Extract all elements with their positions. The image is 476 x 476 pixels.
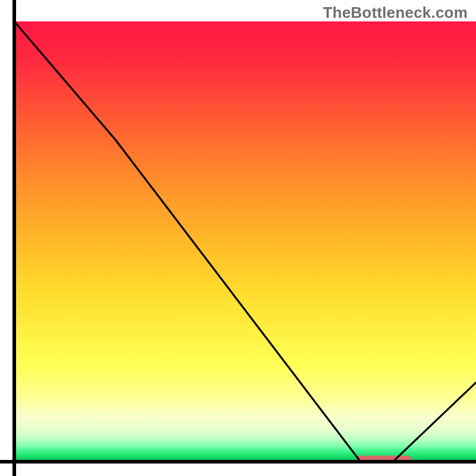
bottleneck-chart <box>0 0 476 476</box>
gradient-background <box>14 21 476 462</box>
chart-canvas: TheBottleneck.com <box>0 0 476 476</box>
watermark-label: TheBottleneck.com <box>323 4 468 22</box>
